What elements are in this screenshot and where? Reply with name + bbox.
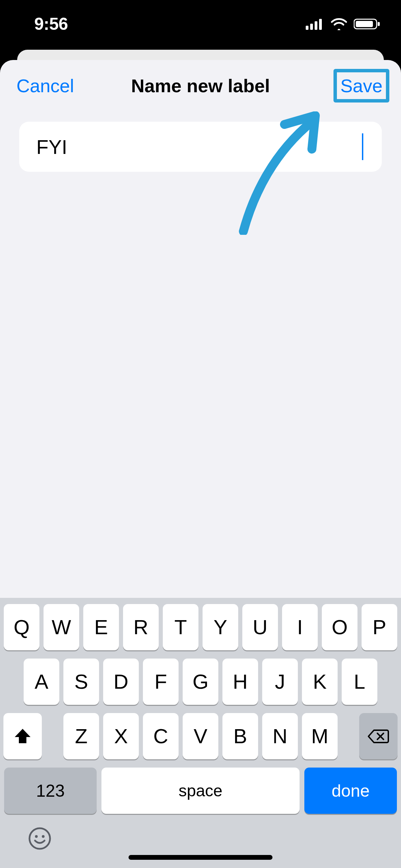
keyboard-gap	[46, 713, 59, 759]
key-f[interactable]: F	[143, 659, 179, 705]
svg-rect-0	[306, 26, 308, 30]
keyboard: QWERTYUIOP ASDFGHJKL ZXCVBNM	[0, 598, 401, 868]
key-m[interactable]: M	[302, 713, 338, 759]
key-v[interactable]: V	[183, 713, 218, 759]
home-indicator[interactable]	[129, 855, 272, 860]
key-q[interactable]: Q	[4, 604, 39, 650]
space-key[interactable]: space	[101, 768, 300, 814]
key-s[interactable]: S	[63, 659, 99, 705]
status-bar: 9:56	[0, 0, 401, 48]
keyboard-row-4: 123 space done	[3, 768, 398, 814]
key-z[interactable]: Z	[63, 713, 99, 759]
modal-stack: Cancel Name new label Save FYI QWERTYUIO…	[0, 50, 401, 868]
key-t[interactable]: T	[163, 604, 198, 650]
status-icons	[306, 18, 380, 30]
backspace-icon	[367, 728, 390, 745]
modal-title: Name new label	[131, 75, 270, 96]
key-c[interactable]: C	[143, 713, 179, 759]
keyboard-row-3: ZXCVBNM	[3, 713, 398, 759]
key-w[interactable]: W	[44, 604, 79, 650]
svg-rect-6	[378, 22, 380, 26]
backspace-key[interactable]	[359, 713, 398, 759]
keyboard-row-2: ASDFGHJKL	[3, 659, 398, 705]
key-i[interactable]: I	[282, 604, 318, 650]
cellular-icon	[306, 18, 324, 30]
label-name-input[interactable]: FYI	[36, 135, 365, 158]
status-time: 9:56	[34, 14, 68, 34]
key-h[interactable]: H	[222, 659, 258, 705]
key-k[interactable]: K	[302, 659, 338, 705]
key-p[interactable]: P	[362, 604, 397, 650]
wifi-icon	[330, 18, 348, 30]
key-x[interactable]: X	[103, 713, 139, 759]
keyboard-footer	[3, 823, 398, 868]
svg-point-9	[42, 835, 45, 838]
done-key[interactable]: done	[304, 768, 397, 814]
text-cursor	[362, 133, 363, 160]
keyboard-gap	[342, 713, 355, 759]
save-button[interactable]: Save	[340, 75, 382, 96]
cancel-button[interactable]: Cancel	[16, 75, 74, 96]
svg-point-8	[35, 835, 38, 838]
key-l[interactable]: L	[342, 659, 377, 705]
svg-rect-3	[319, 19, 322, 30]
keyboard-row-1: QWERTYUIOP	[3, 604, 398, 650]
svg-rect-2	[315, 21, 317, 30]
key-a[interactable]: A	[24, 659, 59, 705]
svg-point-7	[29, 828, 50, 849]
battery-icon	[354, 18, 380, 30]
key-y[interactable]: Y	[203, 604, 238, 650]
key-g[interactable]: G	[183, 659, 218, 705]
key-b[interactable]: B	[222, 713, 258, 759]
numbers-key[interactable]: 123	[4, 768, 97, 814]
key-j[interactable]: J	[262, 659, 298, 705]
svg-rect-1	[310, 24, 313, 30]
emoji-icon[interactable]	[27, 826, 52, 851]
modal-nav-bar: Cancel Name new label Save	[0, 60, 401, 111]
save-button-highlight: Save	[333, 69, 389, 103]
svg-rect-5	[356, 21, 373, 27]
key-r[interactable]: R	[123, 604, 159, 650]
label-name-field-wrap[interactable]: FYI	[19, 122, 382, 172]
key-u[interactable]: U	[242, 604, 278, 650]
key-n[interactable]: N	[262, 713, 298, 759]
modal-sheet: Cancel Name new label Save FYI QWERTYUIO…	[0, 60, 401, 868]
shift-key[interactable]	[3, 713, 42, 759]
key-d[interactable]: D	[103, 659, 139, 705]
key-o[interactable]: O	[322, 604, 357, 650]
key-e[interactable]: E	[83, 604, 119, 650]
shift-icon	[13, 727, 32, 745]
